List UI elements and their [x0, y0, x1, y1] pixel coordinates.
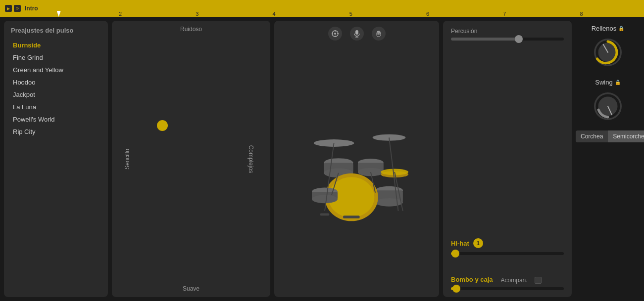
play-icon[interactable]: ▶: [5, 5, 12, 12]
marker-3: 3: [196, 11, 198, 17]
settings-icon[interactable]: [328, 27, 342, 41]
corchea-button[interactable]: Corchea: [576, 130, 608, 142]
acomp-checkbox[interactable]: [535, 277, 542, 284]
bombo-row: Bombo y caja Acompañ.: [451, 276, 564, 284]
svg-point-18: [381, 169, 408, 175]
preset-item-rip-city[interactable]: Rip City: [6, 126, 106, 138]
sidebar-title: Preajustes del pulso: [4, 27, 108, 39]
svg-point-21: [375, 198, 403, 206]
swing-label: Swing 🔒: [595, 79, 620, 86]
presets-sidebar: Preajustes del pulso Burnside Fine Grind…: [4, 21, 108, 297]
svg-rect-6: [355, 30, 358, 35]
timeline: ▶ ⟳ Intro 2 3 4 5 6 7 8: [0, 0, 644, 17]
rellenos-section: Rellenos 🔒: [576, 25, 640, 70]
hihat-badge: 1: [473, 238, 483, 248]
complexity-label-suave: Suave: [183, 285, 199, 292]
percusion-label: Percusión: [451, 28, 564, 35]
preset-item-jackpot[interactable]: Jackpot: [6, 88, 106, 101]
preset-item-green-yellow[interactable]: Green and Yellow: [6, 64, 106, 76]
acomp-label: Acompañ.: [501, 277, 528, 284]
marker-7: 7: [503, 11, 506, 17]
percusion-slider[interactable]: [451, 38, 564, 41]
bombo-label: Bombo y caja: [451, 276, 493, 283]
note-buttons: Corchea Semicorchea: [576, 130, 640, 142]
swing-knob[interactable]: [591, 89, 625, 124]
complexity-panel[interactable]: Ruidoso Suave Sencillo Complejos: [112, 21, 270, 297]
semicorchea-button[interactable]: Semicorchea: [608, 130, 644, 142]
timeline-icons: ▶ ⟳: [5, 5, 21, 12]
preset-item-fine-grind[interactable]: Fine Grind: [6, 51, 106, 64]
timeline-label: Intro: [25, 5, 38, 12]
bombo-slider[interactable]: [451, 287, 564, 290]
svg-point-1: [334, 33, 336, 35]
marker-6: 6: [426, 11, 429, 17]
hihat-slider[interactable]: [451, 252, 564, 255]
hihat-section: Hi-hat 1: [451, 238, 564, 255]
preset-item-la-luna[interactable]: La Luna: [6, 101, 106, 113]
marker-5: 5: [349, 11, 352, 17]
preset-item-hoodoo[interactable]: Hoodoo: [6, 76, 106, 88]
svg-point-26: [312, 195, 338, 203]
knobs-panel: Rellenos 🔒 Swing 🔒: [576, 21, 640, 297]
svg-rect-32: [343, 215, 359, 218]
drumkit-icon-row: [274, 21, 439, 46]
complexity-label-ruidoso: Ruidoso: [180, 26, 202, 33]
rellenos-label: Rellenos 🔒: [592, 25, 625, 32]
complexity-label-sencillo: Sencillo: [124, 148, 131, 169]
marker-8: 8: [580, 11, 583, 17]
bombo-section: Bombo y caja Acompañ.: [451, 276, 564, 290]
hand-icon[interactable]: [372, 27, 386, 41]
preset-item-burnside[interactable]: Burnside: [6, 39, 106, 51]
drumkit-visual: [274, 46, 439, 297]
rellenos-knob[interactable]: [591, 35, 625, 70]
drumkit-panel: [274, 21, 439, 297]
preset-item-powells-world[interactable]: Powell's World: [6, 113, 106, 126]
percusion-section: Percusión: [451, 28, 564, 41]
marker-2: 2: [119, 11, 122, 17]
svg-rect-33: [320, 213, 329, 215]
swing-lock-icon: 🔒: [615, 80, 621, 85]
mic-icon[interactable]: [350, 27, 364, 41]
complexity-dot[interactable]: [157, 120, 168, 131]
drum-kit-svg: [293, 123, 421, 221]
controls-panel: Percusión Hi-hat 1 Bombo y caja: [443, 21, 572, 297]
timeline-markers: 2 3 4 5 6 7 8: [48, 0, 639, 17]
swing-section: Swing 🔒: [576, 79, 640, 124]
complexity-label-complejos: Complejos: [248, 145, 255, 173]
rellenos-lock-icon: 🔒: [618, 26, 624, 31]
loop-icon[interactable]: ⟳: [14, 5, 21, 12]
hihat-label: Hi-hat 1: [451, 238, 564, 248]
playhead[interactable]: [57, 11, 61, 17]
main-content: Preajustes del pulso Burnside Fine Grind…: [0, 17, 644, 301]
marker-4: 4: [273, 11, 276, 17]
